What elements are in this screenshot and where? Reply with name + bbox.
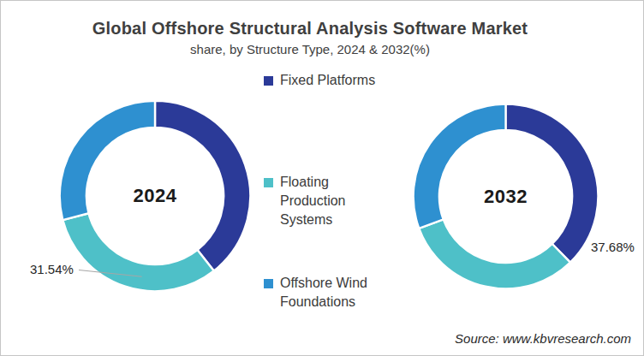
- legend-label: Floating Production Systems: [280, 173, 385, 229]
- donut-center-year-2032: 2032: [484, 186, 528, 208]
- legend-swatch-icon: [264, 279, 273, 288]
- legend-swatch-icon: [264, 178, 273, 187]
- source-attribution: Source: www.kbvresearch.com: [455, 331, 631, 346]
- legend-item-fixed-platforms: Fixed Platforms: [264, 71, 385, 90]
- donut-segment-fixed-platforms: [506, 104, 599, 263]
- data-label-2032-fixed-platforms: 37.68%: [591, 240, 635, 254]
- data-label-2024-floating-production-systems: 31.54%: [30, 262, 74, 276]
- chart-canvas: Global Offshore Structural Analysis Soft…: [0, 0, 644, 356]
- donut-segment-offshore-wind-foundations: [414, 104, 506, 228]
- chart-subtitle: share, by Structure Type, 2024 & 2032(%): [1, 42, 619, 56]
- chart-title: Global Offshore Structural Analysis Soft…: [1, 19, 619, 39]
- legend-item-offshore-wind-foundations: Offshore Wind Foundations: [264, 274, 385, 312]
- donut-segment-floating-production-systems: [419, 219, 570, 288]
- donut-center-year-2024: 2024: [134, 185, 177, 207]
- donut-chart-2032: 2032: [412, 103, 599, 290]
- donut-segment-floating-production-systems: [63, 213, 213, 291]
- legend-item-floating-production-systems: Floating Production Systems: [264, 173, 385, 229]
- donut-chart-2024: 2024: [58, 99, 252, 293]
- legend-swatch-icon: [264, 76, 273, 86]
- legend-label: Fixed Platforms: [280, 71, 385, 90]
- legend-label: Offshore Wind Foundations: [280, 274, 385, 312]
